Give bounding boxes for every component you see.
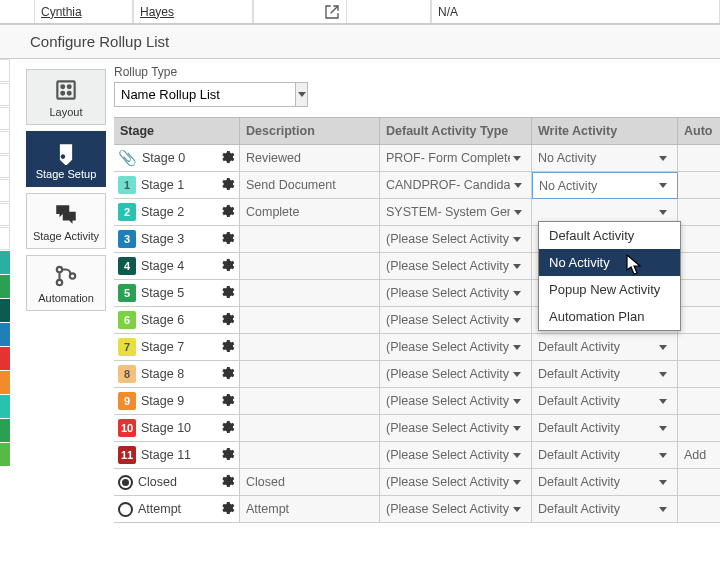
activity-type-cell[interactable]: CANDPROF- Candidate bbox=[380, 172, 532, 199]
description-cell[interactable] bbox=[240, 253, 380, 280]
auto-cell[interactable] bbox=[678, 415, 720, 442]
activity-dropdown-button[interactable] bbox=[510, 145, 525, 171]
write-activity-cell[interactable]: Default Activity bbox=[532, 496, 678, 523]
auto-cell[interactable] bbox=[678, 361, 720, 388]
write-activity-cell[interactable]: No Activity bbox=[532, 145, 678, 172]
sidebar-item-layout[interactable]: Layout bbox=[26, 69, 106, 125]
open-record-icon[interactable] bbox=[253, 0, 347, 23]
activity-type-cell[interactable]: PROF- Form Complete bbox=[380, 145, 532, 172]
activity-dropdown-button[interactable] bbox=[509, 388, 525, 414]
write-activity-dropdown-button[interactable] bbox=[655, 173, 671, 198]
stage-cell[interactable]: 1Stage 1 bbox=[114, 172, 240, 199]
stage-settings-icon[interactable] bbox=[219, 446, 235, 465]
status-radio[interactable] bbox=[118, 502, 133, 517]
activity-type-cell[interactable]: (Please Select Activity bbox=[380, 442, 532, 469]
rollup-type-dropdown-button[interactable] bbox=[295, 83, 307, 106]
header-description[interactable]: Description bbox=[240, 118, 380, 145]
activity-dropdown-button[interactable] bbox=[510, 172, 525, 198]
stage-cell[interactable]: 10Stage 10 bbox=[114, 415, 240, 442]
stage-cell[interactable]: 7Stage 7 bbox=[114, 334, 240, 361]
activity-dropdown-button[interactable] bbox=[509, 253, 525, 279]
stage-settings-icon[interactable] bbox=[219, 338, 235, 357]
status-radio[interactable] bbox=[118, 475, 133, 490]
stage-settings-icon[interactable] bbox=[219, 176, 235, 195]
activity-type-cell[interactable]: (Please Select Activity bbox=[380, 469, 532, 496]
stage-settings-icon[interactable] bbox=[219, 392, 235, 411]
write-activity-cell[interactable]: Default Activity bbox=[532, 361, 678, 388]
description-cell[interactable] bbox=[240, 442, 380, 469]
description-cell[interactable] bbox=[240, 280, 380, 307]
write-activity-dropdown-button[interactable] bbox=[655, 442, 671, 468]
header-auto[interactable]: Auto bbox=[678, 118, 720, 145]
write-activity-dropdown-button[interactable] bbox=[655, 496, 671, 522]
activity-type-cell[interactable]: (Please Select Activity bbox=[380, 388, 532, 415]
sidebar-item-stage-activity[interactable]: Stage Activity bbox=[26, 193, 106, 249]
activity-type-cell[interactable]: (Please Select Activity bbox=[380, 361, 532, 388]
stage-cell[interactable]: 11Stage 11 bbox=[114, 442, 240, 469]
description-cell[interactable]: Reviewed bbox=[240, 145, 380, 172]
write-activity-cell[interactable]: Default Activity bbox=[532, 469, 678, 496]
stage-settings-icon[interactable] bbox=[219, 230, 235, 249]
write-activity-dropdown-button[interactable] bbox=[655, 388, 671, 414]
activity-dropdown-button[interactable] bbox=[509, 442, 525, 468]
stage-settings-icon[interactable] bbox=[219, 500, 235, 519]
activity-type-cell[interactable]: (Please Select Activity bbox=[380, 496, 532, 523]
first-name-cell[interactable]: Cynthia bbox=[34, 0, 133, 23]
activity-dropdown-button[interactable] bbox=[509, 415, 525, 441]
auto-cell[interactable] bbox=[678, 199, 720, 226]
auto-cell[interactable]: Add bbox=[678, 442, 720, 469]
activity-type-cell[interactable]: (Please Select Activity bbox=[380, 307, 532, 334]
auto-cell[interactable] bbox=[678, 469, 720, 496]
stage-cell[interactable]: 8Stage 8 bbox=[114, 361, 240, 388]
write-activity-dropdown-button[interactable] bbox=[655, 334, 671, 360]
auto-cell[interactable] bbox=[678, 172, 720, 199]
header-write-activity[interactable]: Write Activity bbox=[532, 118, 678, 145]
description-cell[interactable]: Send Document bbox=[240, 172, 380, 199]
rollup-type-combo[interactable] bbox=[114, 82, 308, 107]
sidebar-item-automation[interactable]: Automation bbox=[26, 255, 106, 311]
write-activity-dropdown-button[interactable] bbox=[655, 361, 671, 387]
write-activity-cell[interactable]: Default Activity bbox=[532, 442, 678, 469]
rollup-type-input[interactable] bbox=[115, 83, 295, 106]
auto-cell[interactable] bbox=[678, 280, 720, 307]
last-name-cell[interactable]: Hayes bbox=[133, 0, 253, 23]
activity-dropdown-button[interactable] bbox=[509, 496, 525, 522]
activity-dropdown-button[interactable] bbox=[509, 334, 525, 360]
activity-dropdown-button[interactable] bbox=[509, 361, 525, 387]
dropdown-option[interactable]: No Activity bbox=[539, 249, 680, 276]
description-cell[interactable] bbox=[240, 307, 380, 334]
activity-dropdown-button[interactable] bbox=[509, 469, 525, 495]
auto-cell[interactable] bbox=[678, 226, 720, 253]
activity-dropdown-button[interactable] bbox=[510, 199, 525, 225]
write-activity-cell[interactable]: Default Activity bbox=[532, 388, 678, 415]
stage-cell[interactable]: 2Stage 2 bbox=[114, 199, 240, 226]
auto-cell[interactable] bbox=[678, 145, 720, 172]
activity-dropdown-button[interactable] bbox=[509, 307, 525, 333]
stage-settings-icon[interactable] bbox=[219, 257, 235, 276]
header-stage[interactable]: Stage bbox=[114, 118, 240, 145]
activity-dropdown-button[interactable] bbox=[509, 280, 525, 306]
write-activity-dropdown-button[interactable] bbox=[655, 145, 671, 171]
activity-type-cell[interactable]: (Please Select Activity bbox=[380, 253, 532, 280]
activity-type-cell[interactable]: (Please Select Activity bbox=[380, 415, 532, 442]
description-cell[interactable] bbox=[240, 415, 380, 442]
description-cell[interactable] bbox=[240, 388, 380, 415]
activity-dropdown-button[interactable] bbox=[509, 226, 525, 252]
stage-cell[interactable]: 9Stage 9 bbox=[114, 388, 240, 415]
activity-type-cell[interactable]: (Please Select Activity bbox=[380, 226, 532, 253]
description-cell[interactable]: Complete bbox=[240, 199, 380, 226]
stage-settings-icon[interactable] bbox=[219, 149, 235, 168]
write-activity-cell[interactable]: Default Activity bbox=[532, 334, 678, 361]
stage-cell[interactable]: 3Stage 3 bbox=[114, 226, 240, 253]
header-activity-type[interactable]: Default Activity Type bbox=[380, 118, 532, 145]
write-activity-dropdown[interactable]: Default ActivityNo ActivityPopup New Act… bbox=[538, 221, 681, 331]
stage-cell[interactable]: 📎Stage 0 bbox=[114, 145, 240, 172]
auto-cell[interactable] bbox=[678, 334, 720, 361]
auto-cell[interactable] bbox=[678, 253, 720, 280]
stage-settings-icon[interactable] bbox=[219, 365, 235, 384]
stage-settings-icon[interactable] bbox=[219, 473, 235, 492]
auto-cell[interactable] bbox=[678, 388, 720, 415]
stage-settings-icon[interactable] bbox=[219, 284, 235, 303]
stage-settings-icon[interactable] bbox=[219, 203, 235, 222]
write-activity-cell[interactable]: Default Activity bbox=[532, 415, 678, 442]
